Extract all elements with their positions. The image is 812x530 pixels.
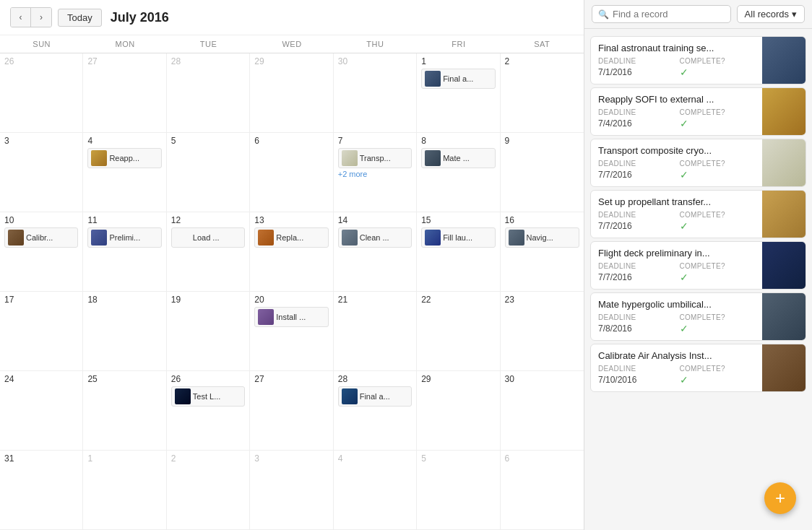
day-cell[interactable]: 14Clean ... — [334, 212, 417, 291]
event-item[interactable]: Navig... — [505, 227, 579, 248]
day-cell[interactable]: 27 — [83, 53, 166, 132]
day-number: 29 — [421, 374, 495, 384]
event-item[interactable]: Test L... — [171, 386, 245, 407]
record-card[interactable]: Flight deck preliminary in...DEADLINECOM… — [590, 241, 806, 290]
filter-button[interactable]: All records ▾ — [737, 5, 805, 23]
filter-label: All records — [745, 9, 789, 19]
day-cell[interactable]: 29 — [250, 53, 333, 132]
today-button[interactable]: Today — [58, 9, 102, 27]
day-cell[interactable]: 13Repla... — [250, 212, 333, 291]
event-item[interactable]: Calibr... — [4, 227, 78, 248]
event-label: Repla... — [276, 233, 324, 242]
day-number: 5 — [171, 136, 245, 146]
record-title: Flight deck preliminary in... — [598, 248, 755, 259]
day-cell[interactable]: 26Test L... — [167, 371, 250, 450]
next-month-button[interactable]: › — [31, 8, 51, 27]
day-cell[interactable]: 28Final a... — [334, 371, 417, 450]
day-number: 3 — [4, 136, 78, 146]
day-cell[interactable]: 3 — [0, 133, 83, 212]
event-thumbnail — [175, 230, 191, 246]
day-cell[interactable]: 4Reapp... — [83, 133, 166, 212]
day-cell[interactable]: 28 — [167, 53, 250, 132]
event-item[interactable]: Mate ... — [421, 148, 495, 168]
event-item[interactable]: Final a... — [421, 69, 495, 89]
event-item[interactable]: Reapp... — [87, 148, 161, 168]
day-cell[interactable]: 8Mate ... — [417, 133, 500, 212]
add-record-fab[interactable]: + — [764, 482, 796, 514]
day-cell[interactable]: 1Final a... — [417, 53, 500, 132]
day-cell[interactable]: 22 — [417, 292, 500, 370]
day-number: 4 — [87, 136, 161, 146]
day-cell[interactable]: 11Prelimi... — [83, 212, 166, 291]
event-label: Test L... — [193, 392, 241, 401]
day-cell[interactable]: 5 — [417, 451, 500, 529]
event-item[interactable]: Clean ... — [338, 227, 412, 248]
day-cell[interactable]: 3 — [250, 451, 333, 529]
day-cell[interactable]: 21 — [334, 292, 417, 370]
record-image — [762, 242, 805, 289]
event-item[interactable]: Install ... — [254, 307, 328, 327]
day-cell[interactable]: 17 — [0, 292, 83, 370]
day-cell[interactable]: 30 — [334, 53, 417, 132]
day-cell[interactable]: 19 — [167, 292, 250, 370]
day-cell[interactable]: 1 — [83, 451, 166, 529]
day-number: 21 — [338, 295, 412, 305]
day-cell[interactable]: 5 — [167, 133, 250, 212]
day-cell[interactable]: 18 — [83, 292, 166, 370]
event-thumbnail — [258, 309, 274, 325]
day-cell[interactable]: 7Transp...+2 more — [334, 133, 417, 212]
day-cell[interactable]: 27 — [250, 371, 333, 450]
day-cell[interactable]: 29 — [417, 371, 500, 450]
day-cell[interactable]: 6 — [501, 451, 584, 529]
day-cell[interactable]: 20Install ... — [250, 292, 333, 370]
day-cell[interactable]: 2 — [167, 451, 250, 529]
prev-month-button[interactable]: ‹ — [11, 8, 31, 27]
day-cell[interactable]: 24 — [0, 371, 83, 450]
record-image — [762, 37, 805, 84]
record-card[interactable]: Set up propellant transfer...DEADLINECOM… — [590, 190, 806, 238]
record-card[interactable]: Calibrate Air Analysis Inst...DEADLINECO… — [590, 344, 806, 392]
day-number: 20 — [254, 295, 328, 305]
record-card[interactable]: Reapply SOFI to external ...DEADLINECOMP… — [590, 87, 806, 136]
nav-group: ‹ › — [10, 7, 52, 27]
complete-label: COMPLETE? — [680, 57, 756, 65]
day-cell[interactable]: 15Fill lau... — [417, 212, 500, 291]
day-number: 15 — [421, 215, 495, 225]
day-cell[interactable]: 31 — [0, 451, 83, 529]
record-card[interactable]: Transport composite cryo...DEADLINECOMPL… — [590, 139, 806, 187]
record-card[interactable]: Final astronaut training se...DEADLINECO… — [590, 36, 806, 84]
record-title: Transport composite cryo... — [598, 145, 755, 156]
day-number: 17 — [4, 295, 78, 305]
day-cell[interactable]: 25 — [83, 371, 166, 450]
event-thumbnail — [91, 150, 107, 166]
event-item[interactable]: Transp... — [338, 148, 412, 168]
day-cell[interactable]: 12Load ... — [167, 212, 250, 291]
day-cell[interactable]: 16Navig... — [501, 212, 584, 291]
event-item[interactable]: Prelimi... — [87, 227, 161, 248]
event-item[interactable]: Load ... — [171, 227, 245, 248]
event-item[interactable]: Repla... — [254, 227, 328, 248]
week-row-2: 10Calibr...11Prelimi...12Load ...13Repla… — [0, 212, 584, 292]
more-events-link[interactable]: +2 more — [338, 170, 412, 178]
search-box[interactable]: 🔍 — [592, 5, 731, 23]
event-item[interactable]: Final a... — [338, 386, 412, 407]
event-label: Final a... — [443, 74, 491, 83]
event-thumbnail — [342, 388, 358, 404]
day-cell[interactable]: 6 — [250, 133, 333, 212]
deadline-value: 7/1/2016 — [598, 66, 674, 78]
search-input[interactable] — [613, 9, 725, 19]
day-number: 6 — [505, 453, 579, 464]
event-item[interactable]: Fill lau... — [421, 227, 495, 248]
day-cell[interactable]: 23 — [501, 292, 584, 370]
day-cell[interactable]: 9 — [501, 133, 584, 212]
day-cell[interactable]: 4 — [334, 451, 417, 529]
day-cell[interactable]: 10Calibr... — [0, 212, 83, 291]
day-cell[interactable]: 2 — [501, 53, 584, 132]
day-cell[interactable]: 26 — [0, 53, 83, 132]
deadline-label: DEADLINE — [598, 313, 674, 321]
event-thumbnail — [425, 230, 441, 246]
day-number: 26 — [4, 56, 78, 66]
day-cell[interactable]: 30 — [501, 371, 584, 450]
record-card[interactable]: Mate hypergolic umbilical...DEADLINECOMP… — [590, 292, 806, 341]
day-number: 28 — [171, 56, 245, 66]
